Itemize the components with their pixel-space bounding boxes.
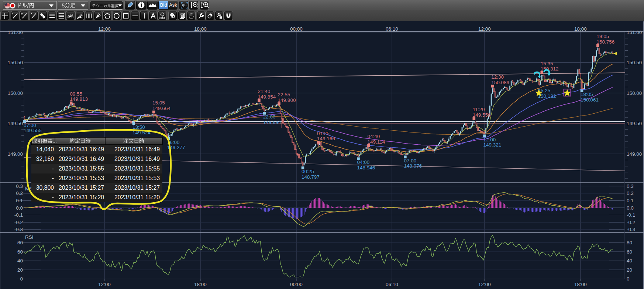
svg-text:2023/10/31 15:20: 2023/10/31 15:20 <box>59 194 104 200</box>
svg-text:13:50: 13:50 <box>132 124 145 130</box>
svg-text:-: - <box>52 194 54 200</box>
svg-text:151.00: 151.00 <box>627 30 642 35</box>
svg-text:06:10: 06:10 <box>386 26 398 32</box>
svg-text:-0.2: -0.2 <box>14 220 23 225</box>
svg-text:12:00: 12:00 <box>478 26 491 32</box>
svg-text:21:40: 21:40 <box>258 89 270 94</box>
svg-text:RSI: RSI <box>25 234 34 240</box>
svg-text:18:00: 18:00 <box>574 282 587 287</box>
svg-text:149.321: 149.321 <box>483 142 502 148</box>
svg-text:07:00: 07:00 <box>404 158 416 164</box>
svg-text:2023/10/31 15:20: 2023/10/31 15:20 <box>114 194 160 200</box>
svg-text:01:25: 01:25 <box>317 131 330 136</box>
svg-text:12:00: 12:00 <box>98 282 111 287</box>
svg-text:149.813: 149.813 <box>70 96 88 102</box>
svg-text:04:00: 04:00 <box>357 159 370 165</box>
svg-text:150.00: 150.00 <box>8 90 23 96</box>
svg-text:149.50: 149.50 <box>627 121 642 126</box>
svg-text:149.800: 149.800 <box>278 97 296 103</box>
svg-text:0.1: 0.1 <box>627 198 634 203</box>
svg-text:22:55: 22:55 <box>278 92 290 97</box>
svg-text:20: 20 <box>627 267 632 273</box>
svg-text:149.694: 149.694 <box>263 120 281 125</box>
svg-text:0.1: 0.1 <box>16 198 23 203</box>
svg-text:80: 80 <box>627 240 632 245</box>
svg-text:150.089: 150.089 <box>491 80 509 85</box>
svg-text:2023/10/31 16:49: 2023/10/31 16:49 <box>114 156 160 162</box>
svg-text:2023/10/31 16:49: 2023/10/31 16:49 <box>114 146 160 152</box>
svg-text:149.50: 149.50 <box>8 121 23 126</box>
svg-text:60: 60 <box>17 249 23 255</box>
svg-text:2023/10/31 15:53: 2023/10/31 15:53 <box>59 175 104 181</box>
svg-text:0.0: 0.0 <box>16 205 23 211</box>
svg-text:00:25: 00:25 <box>302 169 314 174</box>
svg-text:-0.3: -0.3 <box>14 227 23 232</box>
svg-text:15:35: 15:35 <box>541 61 553 66</box>
svg-text:149.00: 149.00 <box>627 151 642 157</box>
svg-text:0: 0 <box>20 276 23 282</box>
svg-text:149.555: 149.555 <box>24 128 42 133</box>
svg-text:09:55: 09:55 <box>70 91 82 97</box>
svg-text:2023/10/31 16:49: 2023/10/31 16:49 <box>59 146 104 152</box>
svg-text:18:00: 18:00 <box>194 282 207 287</box>
svg-text:0: 0 <box>627 276 630 282</box>
svg-text:149.664: 149.664 <box>152 106 171 111</box>
svg-text:18:00: 18:00 <box>574 26 587 32</box>
svg-text:2023/10/31 15:27: 2023/10/31 15:27 <box>114 185 160 191</box>
svg-text:30,800: 30,800 <box>36 185 54 191</box>
svg-text:12:00: 12:00 <box>98 26 111 32</box>
svg-text:12:00: 12:00 <box>483 137 496 142</box>
svg-text:-: - <box>52 165 54 172</box>
svg-text:32,160: 32,160 <box>36 156 54 162</box>
svg-text:151.00: 151.00 <box>8 30 23 35</box>
svg-text:07:00: 07:00 <box>24 123 36 128</box>
svg-text:150.122: 150.122 <box>538 93 556 99</box>
svg-text:80: 80 <box>17 240 23 245</box>
svg-text:0.2: 0.2 <box>16 190 23 196</box>
svg-text:-0.1: -0.1 <box>627 212 635 218</box>
svg-text:-0.1: -0.1 <box>14 212 23 218</box>
svg-text:18:05: 18:05 <box>581 92 593 97</box>
svg-text:149.556: 149.556 <box>473 112 491 118</box>
svg-text:18:00: 18:00 <box>194 26 207 32</box>
svg-text:20: 20 <box>17 267 23 273</box>
svg-text:2023/10/31 16:49: 2023/10/31 16:49 <box>59 156 104 162</box>
svg-text:-0.2: -0.2 <box>627 220 635 225</box>
svg-text:00:00: 00:00 <box>290 26 303 32</box>
svg-text:148.797: 148.797 <box>302 174 320 180</box>
svg-text:0.2: 0.2 <box>627 190 634 196</box>
svg-text:150.312: 150.312 <box>541 66 559 72</box>
svg-text:149.00: 149.00 <box>8 151 23 157</box>
svg-text:22:00: 22:00 <box>263 114 276 120</box>
svg-text:-: - <box>52 175 54 181</box>
svg-text:150.00: 150.00 <box>627 90 642 96</box>
svg-text:60: 60 <box>627 249 632 255</box>
svg-text:06:10: 06:10 <box>386 282 398 287</box>
svg-text:149.114: 149.114 <box>368 139 385 145</box>
svg-text:2023/10/31 15:55: 2023/10/31 15:55 <box>59 165 104 172</box>
svg-text:14,040: 14,040 <box>36 146 54 152</box>
svg-text:40: 40 <box>627 258 632 264</box>
svg-text:12:30: 12:30 <box>491 74 504 80</box>
svg-text:-0.3: -0.3 <box>627 227 635 232</box>
svg-text:11:20: 11:20 <box>473 107 485 112</box>
svg-text:150.50: 150.50 <box>627 60 642 65</box>
svg-text:148.976: 148.976 <box>404 163 422 169</box>
svg-text:19:05: 19:05 <box>596 34 609 39</box>
svg-text:149.166: 149.166 <box>317 136 335 141</box>
svg-text:12:00: 12:00 <box>478 282 491 287</box>
svg-text:00:00: 00:00 <box>290 282 303 287</box>
svg-text:40: 40 <box>17 258 23 264</box>
svg-text:2023/10/31 15:55: 2023/10/31 15:55 <box>114 165 160 172</box>
svg-text:0.3: 0.3 <box>627 183 634 189</box>
svg-text:150.756: 150.756 <box>596 39 614 45</box>
svg-text:2023/10/31 15:53: 2023/10/31 15:53 <box>114 175 160 181</box>
svg-text:148.946: 148.946 <box>357 165 375 171</box>
svg-text:149.854: 149.854 <box>258 94 276 100</box>
svg-text:150.50: 150.50 <box>8 60 23 65</box>
svg-text:0.3: 0.3 <box>16 183 23 189</box>
svg-text:15:05: 15:05 <box>152 100 165 106</box>
svg-text:04:40: 04:40 <box>368 134 380 139</box>
svg-text:150.061: 150.061 <box>581 97 599 103</box>
svg-text:0.0: 0.0 <box>627 205 634 211</box>
